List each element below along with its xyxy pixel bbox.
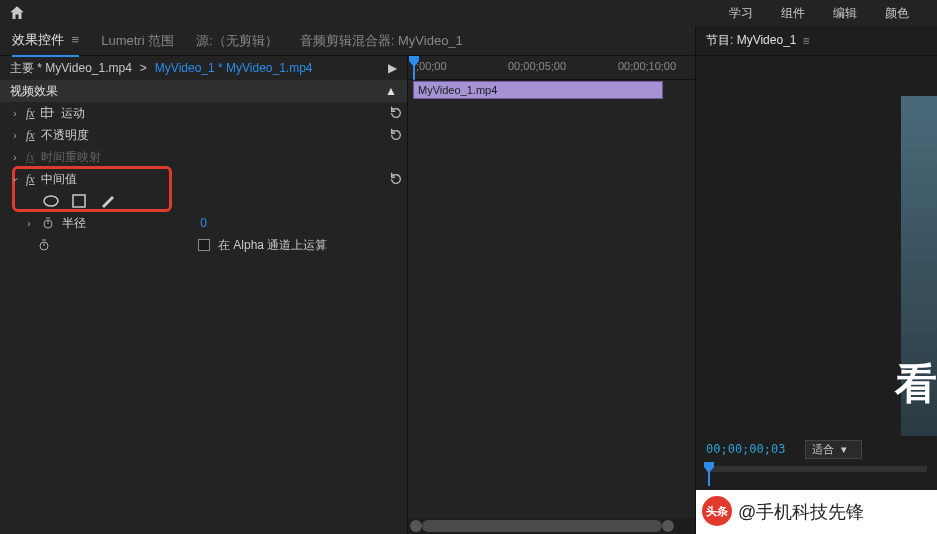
prop-radius-value[interactable]: 0: [200, 216, 207, 230]
monitor-playhead[interactable]: [708, 462, 710, 486]
play-only-icon[interactable]: ▶: [388, 61, 397, 75]
watermark: 头条 @手机科技先锋: [696, 490, 937, 534]
home-icon[interactable]: [8, 4, 26, 22]
fx-motion[interactable]: › fx 运动: [0, 102, 407, 124]
fx-time-remap-label: 时间重映射: [41, 149, 101, 166]
twirl-icon[interactable]: ›: [10, 108, 20, 119]
sequence-clip-label[interactable]: MyVideo_1 * MyVideo_1.mp4: [155, 61, 313, 75]
workspace-tab-assembly[interactable]: 组件: [781, 5, 805, 22]
tab-lumetri-scopes[interactable]: Lumetri 范围: [101, 32, 174, 50]
ellipse-mask-icon[interactable]: [42, 194, 60, 208]
prop-alpha-operate[interactable]: 在 Alpha 通道上运算: [0, 234, 407, 256]
tick-label: 00;00;10;00: [618, 60, 676, 72]
workspace-tab-color[interactable]: 颜色: [885, 5, 909, 22]
collapse-icon[interactable]: ▲: [385, 84, 397, 98]
fx-opacity-label: 不透明度: [41, 127, 89, 144]
rectangle-mask-icon[interactable]: [70, 194, 88, 208]
program-tab[interactable]: 节目: MyVideo_1: [706, 32, 797, 49]
monitor-timeline[interactable]: [696, 462, 937, 490]
fx-badge-icon[interactable]: fx: [26, 172, 35, 187]
twirl-icon[interactable]: ›: [10, 130, 20, 141]
fx-badge-icon[interactable]: fx: [26, 106, 35, 121]
reset-icon[interactable]: [389, 128, 403, 142]
clip-link-icon: >: [140, 61, 147, 75]
workspace-tabs: 学习 组件 编辑 颜色: [729, 5, 929, 22]
scrollbar-thumb[interactable]: [422, 520, 662, 532]
scrollbar-cap-right[interactable]: [662, 520, 674, 532]
tab-source[interactable]: 源:（无剪辑）: [196, 32, 278, 50]
section-video-effects[interactable]: 视频效果 ▲: [0, 80, 407, 102]
fx-median[interactable]: › fx 中间值: [0, 168, 407, 190]
prop-radius-label: 半径: [62, 215, 86, 232]
stopwatch-icon[interactable]: [42, 217, 54, 229]
twirl-icon[interactable]: ›: [10, 152, 20, 163]
fx-opacity[interactable]: › fx 不透明度: [0, 124, 407, 146]
master-clip-label[interactable]: 主要 * MyVideo_1.mp4: [10, 60, 132, 77]
twirl-icon[interactable]: ›: [24, 218, 34, 229]
tab-effect-controls[interactable]: 效果控件 ≡: [12, 31, 79, 57]
svg-point-3: [44, 196, 58, 206]
checkbox-alpha[interactable]: [198, 239, 210, 251]
watermark-text: @手机科技先锋: [738, 500, 864, 524]
fx-badge-icon[interactable]: fx: [26, 128, 35, 143]
watermark-logo: 头条: [702, 496, 732, 526]
panel-menu-icon[interactable]: ≡: [803, 34, 810, 48]
timeline-scrollbar[interactable]: [408, 518, 695, 534]
twirl-icon[interactable]: ›: [10, 174, 21, 184]
fx-badge-icon[interactable]: fx: [26, 150, 35, 165]
tick-label: 00;00;05;00: [508, 60, 566, 72]
clip-segment[interactable]: MyVideo_1.mp4: [413, 81, 663, 99]
video-overlay-text: 看: [895, 356, 937, 412]
reset-icon[interactable]: [389, 106, 403, 120]
reset-icon[interactable]: [389, 172, 403, 186]
effect-timeline-ruler[interactable]: ;00;00 00;00;05;00 00;00;10;00: [408, 56, 695, 80]
zoom-select[interactable]: 适合 ▾: [805, 440, 861, 459]
workspace-tab-learn[interactable]: 学习: [729, 5, 753, 22]
clip-bar: MyVideo_1.mp4: [408, 80, 695, 100]
tab-audio-mixer[interactable]: 音频剪辑混合器: MyVideo_1: [300, 32, 463, 50]
workspace-tab-editing[interactable]: 编辑: [833, 5, 857, 22]
timecode[interactable]: 00;00;00;03: [706, 442, 785, 456]
prop-radius[interactable]: › 半径 0: [0, 212, 407, 234]
prop-alpha-label: 在 Alpha 通道上运算: [218, 237, 327, 254]
scrollbar-cap-left[interactable]: [410, 520, 422, 532]
fx-time-remap[interactable]: › fx 时间重映射: [0, 146, 407, 168]
keyframe-area[interactable]: [408, 100, 695, 518]
section-video-effects-label: 视频效果: [10, 83, 58, 100]
mask-tools: [0, 190, 407, 212]
program-monitor[interactable]: 看: [696, 56, 937, 436]
motion-transform-icon[interactable]: [41, 106, 55, 120]
fx-motion-label: 运动: [61, 105, 85, 122]
pen-mask-icon[interactable]: [98, 194, 116, 208]
svg-rect-4: [73, 195, 85, 207]
tick-label: ;00;00: [416, 60, 447, 72]
fx-median-label: 中间值: [41, 171, 77, 188]
